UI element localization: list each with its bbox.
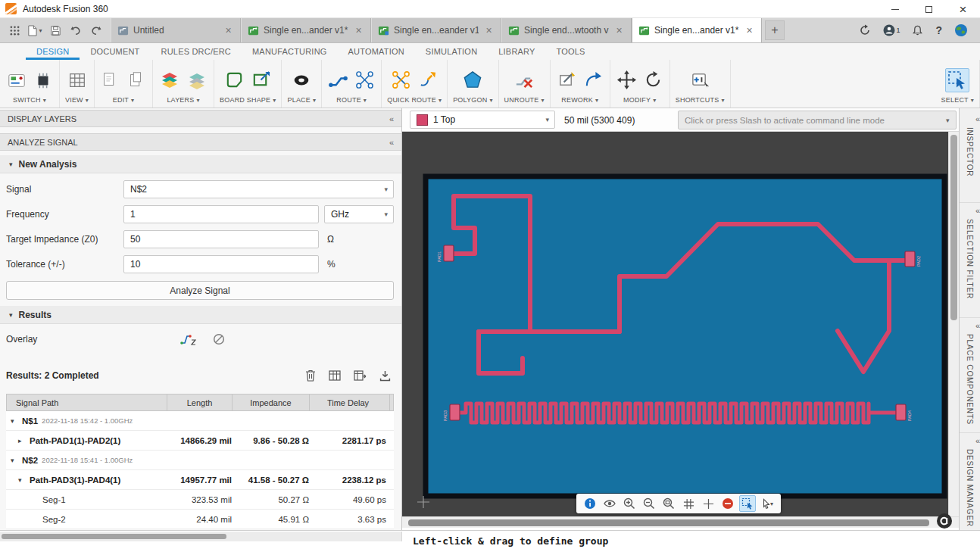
toolbar-group-label[interactable]: ROUTE — [336, 96, 367, 104]
unroute-icon[interactable] — [513, 69, 535, 91]
toolbar-group-label[interactable]: PLACE — [287, 96, 316, 104]
canvas-vertical-scrollbar[interactable] — [948, 132, 959, 516]
quick-route-arrow-icon[interactable] — [417, 69, 439, 91]
notifications-bell-icon[interactable] — [912, 24, 923, 36]
select-icon[interactable] — [945, 68, 969, 92]
board-resize-icon[interactable] — [250, 69, 272, 91]
analyze-signal-panel-header[interactable]: ANALYZE SIGNAL — [0, 133, 401, 151]
column-header-length[interactable]: Length — [167, 395, 233, 410]
expand-panel-icon[interactable] — [975, 114, 980, 123]
window-select-icon[interactable] — [739, 495, 756, 512]
move-icon[interactable] — [616, 69, 638, 91]
doc-tab-2[interactable]: Single en...ander v1* — [241, 18, 371, 42]
route-trace-icon[interactable] — [327, 69, 349, 91]
shortcuts-icon[interactable] — [689, 69, 711, 91]
expand-panel-icon[interactable] — [975, 436, 980, 445]
pad[interactable] — [896, 404, 906, 420]
pad[interactable] — [905, 251, 915, 267]
expand-panel-icon[interactable] — [975, 206, 980, 215]
minimize-button[interactable] — [878, 0, 912, 18]
table-view-icon[interactable] — [329, 370, 341, 381]
file-menu-icon[interactable] — [26, 21, 44, 39]
expand-icon[interactable] — [18, 476, 26, 484]
profile-icon[interactable]: 1 — [883, 24, 900, 36]
scrollbar-thumb[interactable] — [408, 519, 929, 526]
frequency-unit-select[interactable]: GHz — [324, 205, 394, 223]
expand-icon[interactable] — [11, 457, 18, 464]
layers-stack-icon[interactable] — [158, 69, 181, 92]
table-row-segment[interactable]: Seg-2 24.40 mil 45.91 Ω 3.63 ps — [6, 510, 394, 529]
tab-design[interactable]: DESIGN — [26, 43, 80, 60]
close-icon[interactable] — [223, 25, 234, 36]
new-analysis-section-header[interactable]: New Analysis — [0, 155, 401, 173]
tab-automation[interactable]: AUTOMATION — [338, 43, 415, 60]
close-icon[interactable] — [613, 25, 625, 36]
close-button[interactable] — [946, 0, 980, 18]
scrollbar-thumb[interactable] — [950, 135, 957, 320]
assistant-bubble-icon[interactable] — [936, 513, 953, 529]
inspector-tab[interactable]: INSPECTOR — [960, 111, 980, 176]
collapse-panel-icon[interactable] — [389, 138, 394, 147]
expand-panel-icon[interactable] — [975, 321, 980, 330]
command-line-input[interactable] — [678, 111, 957, 129]
toolbar-group-label[interactable]: SWITCH — [13, 96, 46, 104]
scrollbar-thumb[interactable] — [2, 534, 226, 539]
expand-icon[interactable] — [11, 417, 18, 425]
info-icon[interactable] — [582, 495, 598, 512]
doc-tab-active[interactable]: Single en...ander v1* — [632, 18, 762, 42]
selection-filter-tab[interactable]: SELECTION FILTER — [960, 202, 980, 299]
design-manager-tab[interactable]: DESIGN MANAGER — [960, 432, 980, 527]
table-row-net[interactable]: N$1 2022-11-18 15:42 - 1.00GHz — [6, 411, 394, 431]
app-grid-icon[interactable] — [5, 21, 23, 39]
toolbar-group-label[interactable]: SELECT — [941, 96, 974, 104]
place-components-tab[interactable]: PLACE COMPONENTS — [960, 317, 980, 425]
job-status-icon[interactable] — [859, 24, 871, 36]
table-row-path[interactable]: Path-PAD3(1)-PAD4(1) 14957.77 mil 41.58 … — [6, 470, 394, 490]
display-layers-panel-header[interactable]: DISPLAY LAYERS — [0, 110, 401, 127]
rework-arrow-icon[interactable] — [582, 69, 604, 91]
zoom-fit-icon[interactable] — [660, 495, 677, 512]
expand-icon[interactable] — [18, 437, 26, 444]
impedance-input[interactable] — [123, 230, 319, 248]
pcb-board[interactable] — [426, 176, 944, 496]
toolbar-group-label[interactable]: POLYGON — [453, 96, 492, 104]
toolbar-group-label[interactable]: LAYERS — [167, 96, 199, 104]
copy-doc-icon[interactable] — [100, 70, 121, 91]
toolbar-group-label[interactable]: BOARD SHAPE — [220, 96, 276, 104]
tab-tools[interactable]: TOOLS — [546, 43, 596, 60]
pad[interactable] — [450, 404, 460, 420]
place-footprint-icon[interactable] — [290, 70, 313, 91]
board-outline-icon[interactable] — [223, 69, 245, 91]
paste-doc-icon[interactable] — [126, 70, 147, 91]
overlay-impedance-icon[interactable] — [180, 333, 196, 346]
doc-tab-3[interactable]: Single en...eander v1 — [371, 18, 501, 42]
close-icon[interactable] — [483, 25, 495, 36]
export-report-icon[interactable] — [354, 370, 367, 381]
close-icon[interactable] — [353, 25, 364, 36]
table-row-path[interactable]: Path-PAD1(1)-PAD2(1) 14866.29 mil 9.86 -… — [6, 431, 394, 451]
redo-icon[interactable] — [87, 21, 105, 39]
canvas-horizontal-scrollbar[interactable] — [402, 516, 959, 528]
panel-horizontal-scrollbar[interactable] — [0, 532, 402, 541]
column-header-time-delay[interactable]: Time Delay — [310, 395, 390, 410]
new-tab-button[interactable] — [765, 20, 785, 40]
close-icon[interactable] — [744, 25, 755, 36]
tab-simulation[interactable]: SIMULATION — [415, 43, 488, 60]
tab-manufacturing[interactable]: MANUFACTURING — [242, 43, 338, 60]
results-section-header[interactable]: Results — [0, 306, 401, 324]
rotate-icon[interactable] — [642, 69, 664, 91]
route-net-icon[interactable] — [354, 69, 376, 91]
polygon-icon[interactable] — [461, 69, 484, 91]
switch-schematic-icon[interactable] — [33, 70, 54, 91]
column-header-impedance[interactable]: Impedance — [233, 395, 310, 410]
layer-select[interactable]: 1 Top — [410, 111, 555, 129]
undo-icon[interactable] — [67, 21, 85, 39]
analyze-signal-button[interactable]: Analyze Signal — [6, 281, 394, 300]
pointer-mode-icon[interactable] — [759, 495, 776, 512]
view-grid-icon[interactable] — [67, 70, 88, 91]
tab-library[interactable]: LIBRARY — [488, 43, 545, 60]
layer-settings-icon[interactable] — [186, 69, 208, 92]
toolbar-group-label[interactable]: REWORK — [561, 96, 598, 104]
zoom-out-icon[interactable] — [641, 495, 657, 512]
toolbar-group-label[interactable]: UNROUTE — [504, 96, 545, 104]
